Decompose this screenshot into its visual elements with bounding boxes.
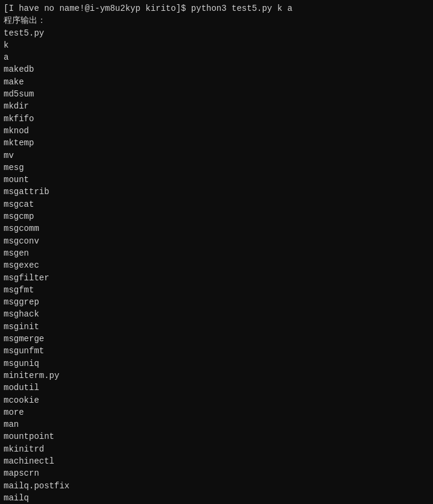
terminal-line-9: mkfifo [4, 113, 429, 125]
terminal-container: [I have no name!@i-ym8u2kyp kirito]$ pyt… [4, 2, 429, 504]
terminal-line-15: msgattrib [4, 186, 429, 198]
terminal-line-25: msghack [4, 308, 429, 320]
terminal-line-39: mailq.postfix [4, 480, 429, 492]
terminal-line-1: 程序输出： [4, 14, 429, 27]
terminal-line-38: mapscrn [4, 467, 429, 479]
terminal-line-6: make [4, 76, 429, 88]
terminal-line-22: msgfilter [4, 272, 429, 284]
terminal-line-20: msgen [4, 247, 429, 259]
terminal-line-7: md5sum [4, 88, 429, 100]
terminal-line-18: msgcomm [4, 222, 429, 235]
terminal-line-13: mesg [4, 162, 429, 174]
terminal-line-16: msgcat [4, 198, 429, 210]
terminal-line-3: k [4, 39, 429, 51]
terminal-line-2: test5.py [4, 27, 429, 39]
terminal-line-33: more [4, 406, 429, 418]
terminal-line-30: miniterm.py [4, 370, 429, 382]
terminal-line-17: msgcmp [4, 210, 429, 222]
terminal-line-35: mountpoint [4, 430, 429, 443]
terminal-line-5: makedb [4, 63, 429, 75]
terminal-line-0: [I have no name!@i-ym8u2kyp kirito]$ pyt… [4, 2, 429, 14]
terminal-line-8: mkdir [4, 100, 429, 112]
terminal-line-29: msguniq [4, 358, 429, 370]
terminal-line-4: a [4, 51, 429, 63]
terminal-line-12: mv [4, 150, 429, 162]
terminal-line-11: mktemp [4, 137, 429, 149]
terminal-line-36: mkinitrd [4, 443, 429, 455]
terminal-line-34: man [4, 418, 429, 430]
terminal-line-37: machinectl [4, 455, 429, 467]
terminal-line-31: modutil [4, 382, 429, 394]
terminal-line-27: msgmerge [4, 333, 429, 345]
terminal-line-32: mcookie [4, 394, 429, 406]
terminal-line-14: mount [4, 174, 429, 186]
terminal-line-26: msginit [4, 321, 429, 333]
terminal-line-23: msgfmt [4, 284, 429, 296]
terminal-line-10: mknod [4, 125, 429, 137]
terminal-line-28: msgunfmt [4, 345, 429, 357]
terminal-line-19: msgconv [4, 235, 429, 247]
terminal-line-21: msgexec [4, 259, 429, 271]
terminal-line-24: msggrep [4, 296, 429, 308]
terminal-line-40: mailq [4, 492, 429, 504]
